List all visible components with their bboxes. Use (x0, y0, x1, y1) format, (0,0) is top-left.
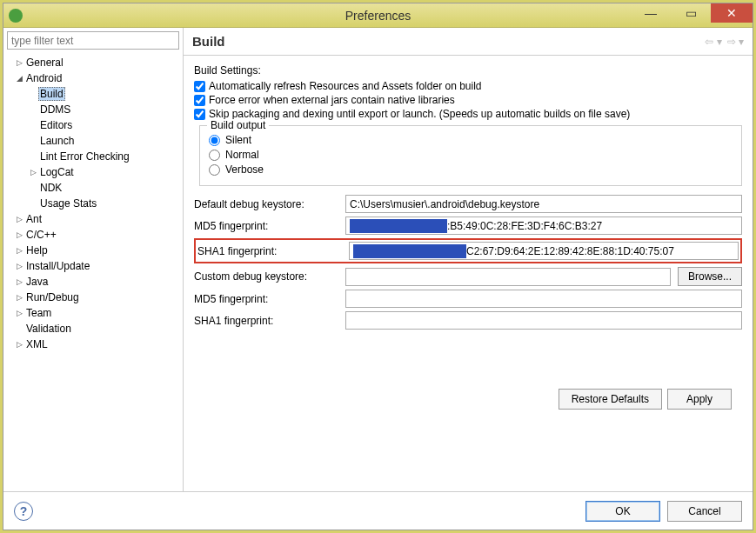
field-default-keystore: C:\Users\musier\.android\debug.keystore (345, 195, 742, 213)
tree-item-ant[interactable]: ▷Ant (3, 211, 183, 227)
page-title: Build (192, 34, 225, 49)
label-md5: MD5 fingerprint: (194, 220, 342, 232)
page-header: Build ⇦ ▾ ⇨ ▾ (184, 28, 753, 56)
body: ▷General ◢Android ▷Build ▷DDMS ▷Editors … (3, 28, 753, 491)
tree-item-help[interactable]: ▷Help (3, 243, 183, 258)
preferences-window: Preferences — ▭ ✕ ▷General ◢Android ▷Bui… (3, 3, 753, 530)
md5-value-tail: :B5:49:0C:28:FE:3D:F4:6C:B3:27 (447, 220, 602, 232)
radio-silent-input[interactable] (209, 135, 220, 146)
radio-verbose[interactable]: Verbose (209, 163, 733, 176)
radio-verbose-label: Verbose (225, 163, 264, 176)
field-custom-keystore[interactable] (345, 268, 671, 286)
label-md5-custom: MD5 fingerprint: (194, 293, 342, 305)
window-controls: — ▭ ✕ (631, 3, 753, 23)
restore-defaults-button[interactable]: Restore Defaults (559, 389, 662, 410)
field-md5: :B5:49:0C:28:FE:3D:F4:6C:B3:27 (345, 217, 742, 235)
minimize-button[interactable]: — (631, 3, 671, 23)
tree-item-cpp[interactable]: ▷C/C++ (3, 227, 183, 243)
tree-item-ddms[interactable]: ▷DDMS (3, 102, 183, 117)
radio-normal-input[interactable] (209, 150, 220, 161)
radio-silent[interactable]: Silent (209, 134, 733, 146)
tree-item-team[interactable]: ▷Team (3, 305, 183, 321)
close-button[interactable]: ✕ (711, 3, 753, 23)
ok-button[interactable]: OK (585, 501, 660, 522)
right-panel: Build ⇦ ▾ ⇨ ▾ Build Settings: Automatica… (184, 28, 753, 491)
row-custom-keystore: Custom debug keystore: Browse... (194, 267, 742, 286)
checkbox-auto-refresh[interactable]: Automatically refresh Resources and Asse… (194, 80, 742, 92)
preferences-tree[interactable]: ▷General ◢Android ▷Build ▷DDMS ▷Editors … (3, 53, 183, 491)
checkbox-skip-packaging-label: Skip packaging and dexing until export o… (209, 108, 630, 120)
row-sha1-custom: SHA1 fingerprint: (194, 311, 742, 330)
dialog-footer: ? OK Cancel (3, 491, 753, 530)
filter-input[interactable] (7, 31, 179, 50)
checkbox-skip-packaging[interactable]: Skip packaging and dexing until export o… (194, 108, 742, 120)
field-sha1: C2:67:D9:64:2E:12:89:42:8E:88:1D:40:75:0… (349, 242, 739, 260)
cancel-button[interactable]: Cancel (667, 501, 742, 522)
tree-item-launch[interactable]: ▷Launch (3, 133, 183, 149)
left-panel: ▷General ◢Android ▷Build ▷DDMS ▷Editors … (3, 28, 184, 491)
page-content: Build Settings: Automatically refresh Re… (184, 56, 753, 491)
page-actions: Restore Defaults Apply (194, 382, 742, 416)
help-icon[interactable]: ? (14, 502, 33, 521)
tree-item-editors[interactable]: ▷Editors (3, 117, 183, 133)
tree-item-rundebug[interactable]: ▷Run/Debug (3, 290, 183, 305)
tree-item-logcat[interactable]: ▷LogCat (3, 164, 183, 180)
tree-item-general[interactable]: ▷General (3, 55, 183, 70)
back-icon[interactable]: ⇦ ▾ (705, 36, 721, 48)
field-sha1-custom (345, 311, 742, 330)
app-icon (9, 9, 23, 23)
checkbox-force-error[interactable]: Force error when external jars contain n… (194, 94, 742, 106)
row-md5: MD5 fingerprint: :B5:49:0C:28:FE:3D:F4:6… (194, 217, 742, 235)
tree-item-java[interactable]: ▷Java (3, 274, 183, 290)
sha1-highlight: SHA1 fingerprint: C2:67:D9:64:2E:12:89:4… (194, 238, 742, 263)
checkbox-auto-refresh-input[interactable] (194, 81, 205, 92)
radio-verbose-input[interactable] (209, 164, 220, 176)
tree-item-ndk[interactable]: ▷NDK (3, 180, 183, 196)
md5-redacted (350, 219, 447, 233)
checkbox-force-error-label: Force error when external jars contain n… (209, 94, 455, 106)
checkbox-force-error-input[interactable] (194, 95, 205, 106)
sha1-value-tail: C2:67:D9:64:2E:12:89:42:8E:88:1D:40:75:0… (466, 245, 674, 257)
tree-item-android[interactable]: ◢Android (3, 70, 183, 86)
label-sha1-custom: SHA1 fingerprint: (194, 315, 342, 327)
tree-item-validation[interactable]: ▷Validation (3, 321, 183, 336)
filter-wrap (3, 28, 183, 53)
window-title: Preferences (345, 9, 411, 23)
apply-button[interactable]: Apply (667, 389, 732, 410)
label-custom-keystore: Custom debug keystore: (194, 270, 342, 283)
maximize-button[interactable]: ▭ (671, 3, 711, 23)
footer-buttons: OK Cancel (585, 501, 742, 522)
radio-silent-label: Silent (225, 134, 251, 146)
radio-normal[interactable]: Normal (209, 149, 733, 161)
page-nav: ⇦ ▾ ⇨ ▾ (705, 36, 744, 48)
sha1-redacted (353, 244, 466, 258)
build-settings-label: Build Settings: (194, 64, 742, 77)
build-output-title: Build output (207, 119, 269, 131)
label-sha1: SHA1 fingerprint: (197, 245, 345, 257)
row-sha1: SHA1 fingerprint: C2:67:D9:64:2E:12:89:4… (197, 242, 739, 260)
browse-button[interactable]: Browse... (678, 267, 742, 286)
row-md5-custom: MD5 fingerprint: (194, 290, 742, 308)
tree-item-install[interactable]: ▷Install/Update (3, 258, 183, 274)
checkbox-auto-refresh-label: Automatically refresh Resources and Asse… (209, 80, 482, 92)
label-default-keystore: Default debug keystore: (194, 198, 342, 210)
tree-item-usage[interactable]: ▷Usage Stats (3, 196, 183, 211)
radio-normal-label: Normal (225, 149, 259, 161)
tree-item-xml[interactable]: ▷XML (3, 336, 183, 352)
field-md5-custom (345, 290, 742, 308)
row-default-keystore: Default debug keystore: C:\Users\musier\… (194, 195, 742, 213)
forward-icon[interactable]: ⇨ ▾ (727, 36, 744, 48)
build-output-group: Build output Silent Normal Verbose (199, 125, 742, 186)
titlebar: Preferences — ▭ ✕ (3, 3, 753, 28)
checkbox-skip-packaging-input[interactable] (194, 109, 205, 120)
tree-item-lint[interactable]: ▷Lint Error Checking (3, 149, 183, 164)
tree-item-build[interactable]: ▷Build (3, 86, 183, 102)
